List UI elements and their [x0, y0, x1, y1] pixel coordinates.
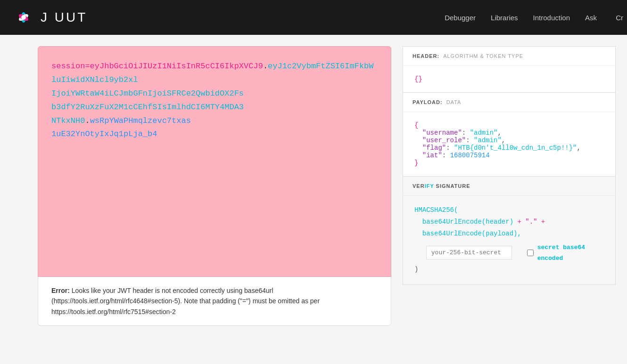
base64-header: base64UrlEncode(header) — [422, 218, 513, 226]
payload-sublabel: DATA — [446, 99, 462, 105]
secret-input[interactable] — [426, 246, 512, 259]
nav-extra: Cr — [616, 14, 627, 22]
error-label: Error: — [51, 287, 70, 294]
checkbox-row: secret base64 encoded — [527, 242, 604, 264]
header-section: HEADER: ALGORITHM & TOKEN TYPE {} — [403, 46, 616, 93]
verify-content: HMACSHA256( base64UrlEncode(header) + ".… — [403, 196, 615, 284]
checkbox-label: secret base64 encoded — [537, 242, 604, 264]
header-label: HEADER: — [412, 53, 439, 59]
verify-label: VERIFY SIGNATURE — [412, 183, 470, 189]
payload-section-header: PAYLOAD: DATA — [403, 93, 615, 112]
navbar-nav: Debugger Libraries Introduction Ask — [445, 14, 597, 22]
header-json: {} — [414, 75, 422, 83]
error-text: Error: Looks like your JWT header is not… — [51, 285, 378, 317]
hmac-fn: HMACSHA256( — [414, 206, 458, 214]
payload-json: { "username": "admin", "user_role": "adm… — [414, 121, 604, 167]
right-panel: HEADER: ALGORITHM & TOKEN TYPE {} PAYLOA… — [403, 46, 616, 353]
header-section-header: HEADER: ALGORITHM & TOKEN TYPE — [403, 47, 615, 66]
verify-section: VERIFY SIGNATURE HMACSHA256( base64UrlEn… — [403, 177, 616, 285]
brand: J UUT — [11, 5, 87, 30]
left-panel: session=eyJhbGciOiJIUzI1NiIsInR5cCI6IkpX… — [38, 46, 391, 353]
token-part1: session=eyJhbGciOiJIUzI1NiIsInR5cCI6IkpX… — [51, 62, 263, 71]
nav-ask[interactable]: Ask — [585, 14, 597, 22]
brand-text: J UUT — [41, 10, 87, 25]
payload-content: { "username": "admin", "user_role": "adm… — [403, 112, 615, 176]
error-box: Error: Looks like your JWT header is not… — [38, 277, 391, 326]
logo-icon — [11, 5, 36, 30]
payload-section: PAYLOAD: DATA { "username": "admin", "us… — [403, 93, 616, 177]
close-paren: ) — [414, 266, 418, 273]
token-box[interactable]: session=eyJhbGciOiJIUzI1NiIsInR5cCI6IkpX… — [38, 46, 391, 277]
main-content: session=eyJhbGciOiJIUzI1NiIsInR5cCI6IkpX… — [0, 35, 627, 364]
secret-row: secret base64 encoded — [414, 242, 604, 264]
nav-debugger[interactable]: Debugger — [445, 14, 476, 22]
svg-point-6 — [21, 15, 26, 20]
nav-libraries[interactable]: Libraries — [491, 14, 518, 22]
header-sublabel: ALGORITHM & TOKEN TYPE — [443, 53, 523, 59]
header-content: {} — [403, 66, 615, 92]
base64-checkbox[interactable] — [527, 249, 534, 257]
nav-introduction[interactable]: Introduction — [533, 14, 570, 22]
navbar: J UUT Debugger Libraries Introduction As… — [0, 0, 627, 35]
base64-payload: base64UrlEncode(payload), — [422, 230, 521, 237]
token-part2: eyJ1c2VybmFtZSI6ImFkbWluIiwidXNlcl9yb2xl… — [51, 62, 374, 125]
verify-header: VERIFY SIGNATURE — [403, 177, 615, 196]
error-message: Looks like your JWT header is not encode… — [51, 287, 320, 315]
plus-dot: + "." + — [517, 218, 545, 226]
payload-label: PAYLOAD: — [412, 99, 443, 105]
